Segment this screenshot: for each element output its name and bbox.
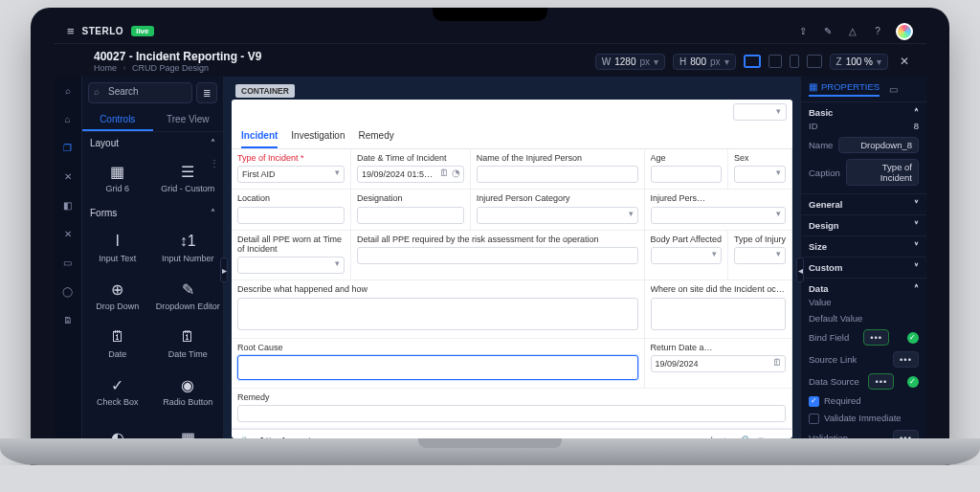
attachment-header: 📎Attachment ← / + 🔗 ⧉ ▭	[232, 429, 792, 438]
zoom-control[interactable]: Z 100 % ▾	[830, 54, 888, 70]
height-control[interactable]: H 800 px ▾	[673, 54, 735, 70]
prop-name-value[interactable]: Dropdown_8	[838, 137, 919, 153]
bell-icon[interactable]: △	[846, 25, 859, 38]
injured-name-input[interactable]	[477, 166, 638, 183]
widget-datetime[interactable]: 🗓Date Time	[153, 320, 224, 368]
section-custom[interactable]: Custom˅	[809, 262, 919, 273]
type-of-incident-select[interactable]	[237, 166, 345, 183]
field-age[interactable]: Age	[645, 149, 728, 190]
search-input[interactable]: Search	[88, 82, 192, 103]
device-mobile-icon[interactable]	[790, 55, 799, 68]
icon-rail: ⌕ ⌂ ❐ ✕ ◧ ✕ ▭ ◯ 🗎	[54, 77, 82, 438]
container-badge: CONTAINER	[235, 84, 295, 98]
widget-toggle[interactable]: ◐	[82, 415, 153, 438]
field-ppe-required[interactable]: Detail all PPE required by the risk asse…	[351, 231, 645, 281]
field-remedy[interactable]: Remedy	[232, 389, 792, 429]
field-type-of-incident[interactable]: Type of Incident *	[232, 149, 351, 190]
field-where[interactable]: Where on site did the Incident occur?	[645, 280, 792, 338]
widget-date[interactable]: 🗓Date	[82, 320, 153, 368]
data-source-button[interactable]: •••	[868, 373, 894, 390]
field-datetime[interactable]: Date & Time of Incident 🗓◔	[351, 149, 471, 190]
rail-conn-icon[interactable]: ✕	[58, 224, 78, 243]
widget-grid-custom[interactable]: ⋮☰Grid - Custom	[153, 154, 224, 202]
device-tablet-icon[interactable]	[768, 55, 782, 68]
left-sidebar: Search ≣ Controls Tree View Layout˄ ▦Gri…	[82, 77, 224, 438]
sex-select[interactable]	[734, 166, 786, 183]
field-describe[interactable]: Describe what happened and how	[232, 280, 645, 338]
rail-db-icon[interactable]: ◧	[58, 195, 78, 214]
section-design[interactable]: Design˅	[809, 220, 919, 231]
field-type-injury[interactable]: Type of Injury	[728, 231, 792, 281]
widget-radio[interactable]: ◉Radio Button	[153, 368, 224, 415]
live-badge: live	[131, 26, 153, 36]
field-designation[interactable]: Designation	[351, 190, 471, 230]
section-basic[interactable]: Basic˄	[809, 107, 919, 118]
menu-icon[interactable]	[67, 24, 75, 38]
device-desktop-icon[interactable]	[744, 55, 761, 68]
field-return-date[interactable]: Return Date a…🗓	[645, 339, 792, 389]
avatar[interactable]	[896, 23, 913, 40]
widget-dropdown[interactable]: ⊕Drop Down	[82, 272, 153, 320]
age-input[interactable]	[651, 166, 722, 183]
section-general[interactable]: General˅	[809, 199, 919, 210]
field-injured-name[interactable]: Name of the Injured Person	[471, 149, 645, 190]
page-title: 40027 - Incident Reporting - V9	[94, 50, 261, 63]
rail-layers-icon[interactable]: ❐	[58, 138, 78, 157]
section-size[interactable]: Size˅	[809, 241, 919, 252]
rail-folder-icon[interactable]: ▭	[58, 253, 78, 272]
widget-dropdown-editor[interactable]: ✎Dropdown Editor	[153, 272, 224, 320]
crumb-page[interactable]: CRUD Page Design	[132, 63, 209, 73]
rail-settings-icon[interactable]: ◯	[58, 281, 78, 301]
share-icon[interactable]: ⇪	[796, 25, 810, 38]
rail-doc-icon[interactable]: 🗎	[58, 310, 78, 329]
properties-panel: ▦ PROPERTIES ▭ Basic˄ ID8 NameDropdown_8…	[800, 77, 926, 438]
form-tab-remedy[interactable]: Remedy	[359, 124, 394, 148]
root-cause-input[interactable]	[237, 355, 638, 380]
widget-grid[interactable]: ▦	[153, 415, 224, 438]
close-icon[interactable]: ✕	[896, 55, 913, 68]
clock-icon[interactable]: ◔	[452, 168, 460, 178]
form-header-dropdown[interactable]	[733, 103, 787, 121]
section-data[interactable]: Data˄	[809, 283, 919, 294]
prop-caption-value[interactable]: Type of Incident	[846, 159, 919, 186]
field-injured-person[interactable]: Injured Pers…	[645, 190, 792, 230]
sidebar-menu-button[interactable]: ≣	[196, 82, 217, 103]
source-link-button[interactable]: •••	[893, 351, 919, 368]
form-tab-incident[interactable]: Incident	[241, 124, 278, 148]
section-layout[interactable]: Layout˄	[82, 132, 223, 154]
tab-controls[interactable]: Controls	[82, 109, 153, 131]
handle-left[interactable]: ▸	[220, 257, 228, 282]
field-ppe-worn[interactable]: Detail all PPE worn at Time of Incident	[232, 231, 351, 281]
field-injured-category[interactable]: Injured Person Category	[471, 190, 645, 230]
help-icon[interactable]: ?	[871, 25, 884, 38]
tool-icon[interactable]: ✎	[821, 25, 835, 38]
tab-properties[interactable]: ▦ PROPERTIES	[809, 81, 880, 97]
rail-tools-icon[interactable]: ✕	[58, 167, 78, 186]
calendar-icon[interactable]: 🗓	[772, 357, 782, 368]
crumb-home[interactable]: Home	[94, 63, 117, 73]
tab-tree-view[interactable]: Tree View	[153, 109, 224, 131]
widget-checkbox[interactable]: ✓Check Box	[82, 368, 153, 415]
tab-more[interactable]: ▭	[889, 81, 898, 97]
widget-grid-6[interactable]: ▦Grid 6	[82, 154, 153, 202]
ok-icon: ✓	[907, 332, 919, 344]
validation-button[interactable]: •••	[893, 430, 919, 438]
handle-right[interactable]: ◂	[796, 257, 804, 282]
bind-field-button[interactable]: •••	[863, 329, 889, 346]
breadcrumb: Home › CRUD Page Design	[94, 63, 261, 73]
widget-input-number[interactable]: ↕1Input Number	[153, 224, 224, 272]
field-sex[interactable]: Sex	[728, 149, 792, 190]
section-forms[interactable]: Forms˄	[82, 202, 223, 224]
calendar-icon[interactable]: 🗓	[439, 168, 449, 178]
field-body-part[interactable]: Body Part Affected	[645, 231, 728, 281]
widget-input-text[interactable]: IInput Text	[82, 224, 153, 272]
form-tab-investigation[interactable]: Investigation	[291, 124, 345, 148]
validate-immediate-checkbox[interactable]	[809, 414, 819, 424]
field-location[interactable]: Location	[232, 190, 351, 230]
field-root-cause[interactable]: Root Cause	[232, 339, 645, 389]
required-checkbox[interactable]	[809, 396, 819, 407]
device-large-icon[interactable]	[807, 55, 822, 68]
width-control[interactable]: W 1280 px ▾	[595, 54, 665, 70]
rail-search-icon[interactable]: ⌕	[58, 80, 78, 100]
rail-home-icon[interactable]: ⌂	[58, 109, 78, 128]
